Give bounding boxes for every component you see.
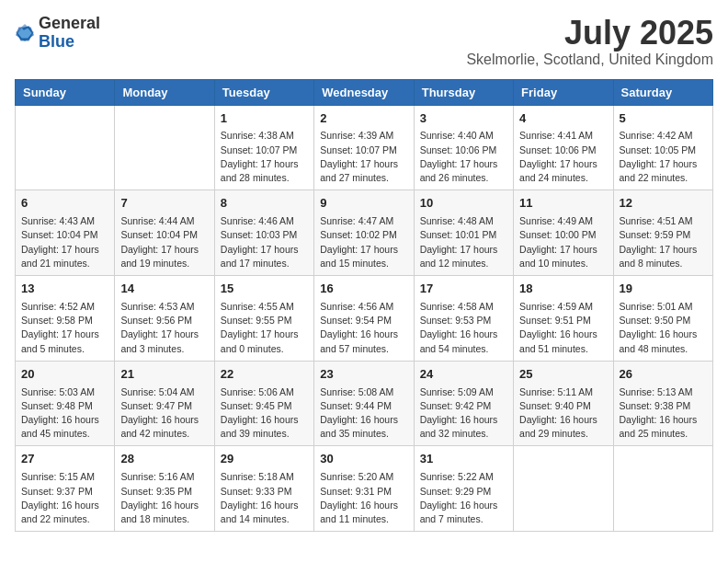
day-number: 16: [320, 281, 407, 298]
calendar-location: Skelmorlie, Scotland, United Kingdom: [466, 52, 713, 68]
day-info: Sunrise: 5:15 AM Sunset: 9:37 PM Dayligh…: [21, 471, 99, 524]
calendar-cell: 29Sunrise: 5:18 AM Sunset: 9:33 PM Dayli…: [214, 446, 313, 532]
calendar-cell: 31Sunrise: 5:22 AM Sunset: 9:29 PM Dayli…: [414, 446, 513, 532]
day-number: 20: [21, 366, 108, 384]
calendar-cell: 5Sunrise: 4:42 AM Sunset: 10:05 PM Dayli…: [613, 105, 712, 190]
calendar-cell: 8Sunrise: 4:46 AM Sunset: 10:03 PM Dayli…: [214, 190, 313, 276]
calendar-cell: 30Sunrise: 5:20 AM Sunset: 9:31 PM Dayli…: [314, 446, 414, 532]
calendar-cell: [613, 446, 712, 532]
calendar-cell: [16, 105, 115, 190]
day-number: 10: [420, 195, 507, 213]
calendar-cell: 1Sunrise: 4:38 AM Sunset: 10:07 PM Dayli…: [214, 105, 313, 190]
day-info: Sunrise: 4:53 AM Sunset: 9:56 PM Dayligh…: [120, 301, 199, 354]
calendar-cell: 3Sunrise: 4:40 AM Sunset: 10:06 PM Dayli…: [414, 105, 513, 190]
day-number: 5: [620, 110, 707, 128]
day-info: Sunrise: 4:48 AM Sunset: 10:01 PM Daylig…: [420, 215, 498, 269]
day-number: 22: [221, 366, 308, 384]
column-header-tuesday: Tuesday: [214, 79, 313, 105]
logo: General Blue: [15, 15, 100, 52]
page-header: General Blue July 2025 Skelmorlie, Scotl…: [15, 15, 713, 68]
day-info: Sunrise: 5:22 AM Sunset: 9:29 PM Dayligh…: [420, 471, 498, 524]
day-number: 29: [221, 451, 308, 468]
day-info: Sunrise: 4:56 AM Sunset: 9:54 PM Dayligh…: [320, 301, 398, 354]
day-number: 6: [21, 195, 108, 213]
day-info: Sunrise: 5:13 AM Sunset: 9:38 PM Dayligh…: [620, 386, 698, 440]
day-info: Sunrise: 4:55 AM Sunset: 9:55 PM Dayligh…: [221, 301, 299, 354]
day-info: Sunrise: 5:16 AM Sunset: 9:35 PM Dayligh…: [120, 471, 199, 524]
day-info: Sunrise: 4:52 AM Sunset: 9:58 PM Dayligh…: [21, 301, 99, 354]
day-number: 26: [620, 366, 707, 384]
calendar-cell: 9Sunrise: 4:47 AM Sunset: 10:02 PM Dayli…: [314, 190, 414, 276]
day-number: 23: [320, 366, 407, 384]
column-header-thursday: Thursday: [414, 79, 513, 105]
calendar-cell: 7Sunrise: 4:44 AM Sunset: 10:04 PM Dayli…: [115, 190, 214, 276]
day-info: Sunrise: 4:42 AM Sunset: 10:05 PM Daylig…: [620, 130, 698, 183]
day-info: Sunrise: 5:03 AM Sunset: 9:48 PM Dayligh…: [21, 386, 99, 440]
day-info: Sunrise: 4:43 AM Sunset: 10:04 PM Daylig…: [21, 215, 99, 269]
calendar-header-row: SundayMondayTuesdayWednesdayThursdayFrid…: [16, 79, 713, 105]
day-number: 8: [221, 195, 308, 213]
day-info: Sunrise: 4:38 AM Sunset: 10:07 PM Daylig…: [221, 130, 299, 183]
calendar-week-3: 13Sunrise: 4:52 AM Sunset: 9:58 PM Dayli…: [16, 276, 713, 362]
calendar-cell: 28Sunrise: 5:16 AM Sunset: 9:35 PM Dayli…: [115, 446, 214, 532]
calendar-cell: 10Sunrise: 4:48 AM Sunset: 10:01 PM Dayl…: [414, 190, 513, 276]
calendar-week-1: 1Sunrise: 4:38 AM Sunset: 10:07 PM Dayli…: [16, 105, 713, 190]
calendar-cell: 2Sunrise: 4:39 AM Sunset: 10:07 PM Dayli…: [314, 105, 414, 190]
day-number: 31: [420, 451, 507, 468]
day-info: Sunrise: 4:51 AM Sunset: 9:59 PM Dayligh…: [620, 215, 698, 269]
day-info: Sunrise: 4:49 AM Sunset: 10:00 PM Daylig…: [519, 215, 597, 269]
title-block: July 2025 Skelmorlie, Scotland, United K…: [466, 15, 713, 68]
column-header-saturday: Saturday: [613, 79, 712, 105]
column-header-monday: Monday: [115, 79, 214, 105]
day-number: 7: [120, 195, 208, 213]
day-number: 19: [620, 281, 707, 298]
day-number: 4: [519, 110, 607, 128]
day-number: 9: [320, 195, 407, 213]
day-number: 25: [519, 366, 607, 384]
day-info: Sunrise: 4:40 AM Sunset: 10:06 PM Daylig…: [420, 130, 498, 183]
calendar-cell: 19Sunrise: 5:01 AM Sunset: 9:50 PM Dayli…: [613, 276, 712, 362]
calendar-cell: 15Sunrise: 4:55 AM Sunset: 9:55 PM Dayli…: [214, 276, 313, 362]
day-number: 13: [21, 281, 108, 298]
day-number: 17: [420, 281, 507, 298]
calendar-cell: 11Sunrise: 4:49 AM Sunset: 10:00 PM Dayl…: [514, 190, 613, 276]
day-number: 28: [120, 451, 208, 468]
column-header-wednesday: Wednesday: [314, 79, 414, 105]
calendar-cell: [115, 105, 214, 190]
day-info: Sunrise: 5:09 AM Sunset: 9:42 PM Dayligh…: [420, 386, 498, 440]
calendar-cell: 6Sunrise: 4:43 AM Sunset: 10:04 PM Dayli…: [16, 190, 115, 276]
calendar-cell: 18Sunrise: 4:59 AM Sunset: 9:51 PM Dayli…: [514, 276, 613, 362]
column-header-sunday: Sunday: [16, 79, 115, 105]
calendar-cell: 26Sunrise: 5:13 AM Sunset: 9:38 PM Dayli…: [613, 361, 712, 446]
calendar-table: SundayMondayTuesdayWednesdayThursdayFrid…: [15, 79, 713, 533]
calendar-cell: 4Sunrise: 4:41 AM Sunset: 10:06 PM Dayli…: [514, 105, 613, 190]
calendar-cell: 24Sunrise: 5:09 AM Sunset: 9:42 PM Dayli…: [414, 361, 513, 446]
day-number: 18: [519, 281, 607, 298]
day-number: 14: [120, 281, 208, 298]
day-info: Sunrise: 5:20 AM Sunset: 9:31 PM Dayligh…: [320, 471, 398, 524]
calendar-cell: [514, 446, 613, 532]
day-number: 2: [320, 110, 407, 128]
day-info: Sunrise: 4:41 AM Sunset: 10:06 PM Daylig…: [519, 130, 597, 183]
day-info: Sunrise: 4:39 AM Sunset: 10:07 PM Daylig…: [320, 130, 398, 183]
day-info: Sunrise: 5:06 AM Sunset: 9:45 PM Dayligh…: [221, 386, 299, 440]
day-info: Sunrise: 5:18 AM Sunset: 9:33 PM Dayligh…: [221, 471, 299, 524]
calendar-cell: 22Sunrise: 5:06 AM Sunset: 9:45 PM Dayli…: [214, 361, 313, 446]
calendar-title: July 2025: [466, 15, 713, 52]
calendar-cell: 27Sunrise: 5:15 AM Sunset: 9:37 PM Dayli…: [16, 446, 115, 532]
column-header-friday: Friday: [514, 79, 613, 105]
calendar-cell: 20Sunrise: 5:03 AM Sunset: 9:48 PM Dayli…: [16, 361, 115, 446]
day-number: 1: [221, 110, 308, 128]
calendar-cell: 16Sunrise: 4:56 AM Sunset: 9:54 PM Dayli…: [314, 276, 414, 362]
calendar-cell: 25Sunrise: 5:11 AM Sunset: 9:40 PM Dayli…: [514, 361, 613, 446]
day-number: 15: [221, 281, 308, 298]
day-number: 12: [620, 195, 707, 213]
day-number: 11: [519, 195, 607, 213]
day-info: Sunrise: 5:04 AM Sunset: 9:47 PM Dayligh…: [120, 386, 199, 440]
calendar-week-5: 27Sunrise: 5:15 AM Sunset: 9:37 PM Dayli…: [16, 446, 713, 532]
calendar-cell: 17Sunrise: 4:58 AM Sunset: 9:53 PM Dayli…: [414, 276, 513, 362]
day-number: 27: [21, 451, 108, 468]
day-info: Sunrise: 4:46 AM Sunset: 10:03 PM Daylig…: [221, 215, 299, 269]
calendar-week-4: 20Sunrise: 5:03 AM Sunset: 9:48 PM Dayli…: [16, 361, 713, 446]
logo-icon: [15, 23, 35, 43]
